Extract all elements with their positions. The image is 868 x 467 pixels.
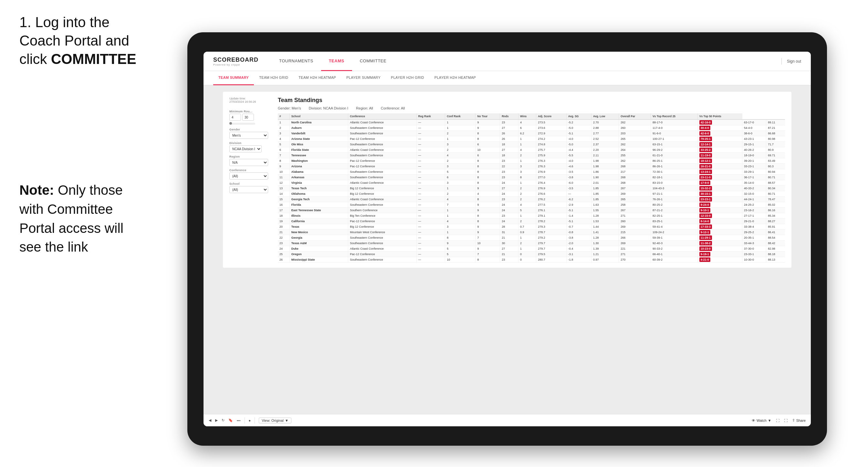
data-cell: 1.44 bbox=[591, 224, 619, 229]
gender-select[interactable]: Men's Women's bbox=[229, 132, 268, 139]
note-text: Note: Only those with Committee Portal a… bbox=[20, 181, 139, 257]
vt50-cell: 16-21-0 bbox=[698, 164, 742, 169]
data-cell: Southern Conference bbox=[348, 208, 416, 213]
toolbar-watch-btn[interactable]: 👁 Watch ▼ bbox=[752, 418, 771, 423]
data-cell: 267 bbox=[619, 186, 651, 191]
toolbar-bookmark[interactable]: 🔖 bbox=[228, 418, 233, 423]
data-cell: — bbox=[416, 164, 445, 169]
data-cell: 33-38-4 bbox=[742, 224, 766, 229]
region-select[interactable]: N/A All bbox=[229, 159, 268, 166]
vt50-cell: 33-25-2 bbox=[698, 147, 742, 153]
data-cell: 27 bbox=[500, 125, 519, 131]
data-cell: 83-25-1 bbox=[651, 219, 698, 224]
data-cell: 270 bbox=[619, 257, 651, 262]
data-cell: Southeastern Conference bbox=[348, 131, 416, 136]
vt50-cell: 9-12-1 bbox=[698, 229, 742, 235]
data-cell: 18 bbox=[500, 153, 519, 158]
data-cell: 80.71 bbox=[766, 191, 785, 197]
toolbar-clock[interactable]: ● bbox=[249, 418, 251, 423]
sub-nav-team-summary[interactable]: TEAM SUMMARY bbox=[213, 71, 254, 85]
data-cell: -4.0 bbox=[566, 136, 591, 142]
data-cell: 97-21-1 bbox=[651, 191, 698, 197]
col-rnds: Rnds bbox=[500, 113, 519, 120]
data-cell: 8 bbox=[475, 219, 500, 224]
col-wins: Wins bbox=[519, 113, 536, 120]
data-cell: Atlantic Coast Conference bbox=[348, 246, 416, 252]
data-cell: 4 bbox=[445, 153, 475, 158]
data-cell: 20-35-1 bbox=[742, 235, 766, 241]
school-cell: Georgia bbox=[289, 235, 348, 241]
data-cell: 83-15-0 bbox=[651, 180, 698, 186]
nav-teams[interactable]: TEAMS bbox=[321, 52, 352, 71]
school-cell: Washington bbox=[289, 158, 348, 164]
conference-select[interactable]: (All) bbox=[229, 173, 268, 180]
data-cell: Southeastern Conference bbox=[348, 175, 416, 180]
division-select[interactable]: NCAA Division I NCAA Division II NCAA Di… bbox=[229, 145, 262, 152]
col-reg-rank: Reg Rank bbox=[416, 113, 445, 120]
data-cell: Atlantic Coast Conference bbox=[348, 180, 416, 186]
min-rounds-input2[interactable] bbox=[242, 114, 254, 121]
data-cell: 1.41 bbox=[591, 229, 619, 235]
school-cell: Oregon bbox=[289, 252, 348, 257]
sub-nav-player-h2h-heatmap[interactable]: PLAYER H2H HEATMAP bbox=[429, 71, 481, 85]
toolbar-refresh[interactable]: ↻ bbox=[222, 418, 224, 423]
filter-row: Gender: Men's Division: NCAA Division I … bbox=[278, 106, 785, 110]
data-cell: — bbox=[416, 153, 445, 158]
toolbar-back[interactable]: ◀ bbox=[209, 418, 211, 423]
data-cell: -2.0 bbox=[566, 241, 591, 246]
slider-handle[interactable] bbox=[229, 122, 232, 125]
data-cell: 262 bbox=[619, 158, 651, 164]
nav-tournaments[interactable]: TOURNAMENTS bbox=[271, 52, 321, 71]
school-select[interactable]: (All) bbox=[229, 186, 268, 193]
data-cell: 269 bbox=[619, 224, 651, 229]
sub-nav-team-h2h-grid[interactable]: TEAM H2H GRID bbox=[254, 71, 293, 85]
toolbar-dots[interactable]: ••• bbox=[237, 418, 241, 423]
table-scroll-container[interactable]: # School Conference Reg Rank Conf Rank N… bbox=[278, 113, 785, 262]
data-cell: 109-24-2 bbox=[651, 229, 698, 235]
vt50-cell: 11-29-1 bbox=[698, 235, 742, 241]
data-cell: -0.4 bbox=[566, 246, 591, 252]
data-cell: 23 bbox=[500, 175, 519, 180]
table-row: 5Ole MissSoutheastern Conference—3618127… bbox=[278, 142, 785, 147]
school-cell: Texas bbox=[289, 224, 348, 229]
sub-nav-player-h2h-grid[interactable]: PLAYER H2H GRID bbox=[386, 71, 429, 85]
data-cell: 260 bbox=[619, 219, 651, 224]
data-cell: 1.86 bbox=[591, 169, 619, 175]
sub-nav-player-summary[interactable]: PLAYER SUMMARY bbox=[341, 71, 386, 85]
data-cell: 10-30-0 bbox=[742, 257, 766, 262]
data-cell: 24-25-2 bbox=[742, 202, 766, 208]
data-cell: 66-40-1 bbox=[651, 252, 698, 257]
data-cell: — bbox=[416, 136, 445, 142]
vt50-cell: 13-24-1 bbox=[698, 169, 742, 175]
sub-nav-team-h2h-heatmap[interactable]: TEAM H2H HEATMAP bbox=[293, 71, 341, 85]
data-cell: — bbox=[416, 175, 445, 180]
data-cell: Atlantic Coast Conference bbox=[348, 197, 416, 202]
nav-committee[interactable]: COMMITTEE bbox=[352, 52, 395, 71]
data-cell: 1 bbox=[519, 213, 536, 219]
data-cell: 86-26-1 bbox=[651, 164, 698, 169]
toolbar-expand[interactable]: ⛶ bbox=[784, 418, 787, 423]
data-cell: 18-19-0 bbox=[742, 153, 766, 158]
data-cell: 8 bbox=[475, 131, 500, 136]
data-cell: 1 bbox=[445, 213, 475, 219]
data-cell: 275.7 bbox=[536, 147, 567, 153]
toolbar-share-btn[interactable]: ⇧ Share bbox=[792, 418, 806, 423]
data-cell: 265 bbox=[619, 136, 651, 142]
toolbar-fullscreen[interactable]: ⛶ bbox=[776, 418, 779, 423]
data-cell: 1 bbox=[519, 142, 536, 147]
data-cell: 10 bbox=[278, 169, 289, 175]
vt50-cell: 4-21-0 bbox=[698, 257, 742, 262]
data-cell: 32-15-0 bbox=[742, 191, 766, 197]
sign-out-link[interactable]: Sign out bbox=[787, 59, 801, 64]
data-cell: -1.8 bbox=[566, 257, 591, 262]
toolbar-view-btn[interactable]: View: Original ▼ bbox=[259, 417, 291, 424]
data-cell: 2 bbox=[519, 197, 536, 202]
data-cell: -5.1 bbox=[566, 208, 591, 213]
toolbar-forward[interactable]: ▶ bbox=[215, 418, 218, 423]
data-cell: Big 12 Conference bbox=[348, 191, 416, 197]
data-cell: 80.3 bbox=[766, 164, 785, 169]
min-rounds-input1[interactable] bbox=[229, 114, 241, 121]
data-cell: 30 bbox=[500, 241, 519, 246]
logo-area: SCOREBOARD Powered by clippd bbox=[213, 57, 258, 66]
data-cell: Atlantic Coast Conference bbox=[348, 120, 416, 125]
